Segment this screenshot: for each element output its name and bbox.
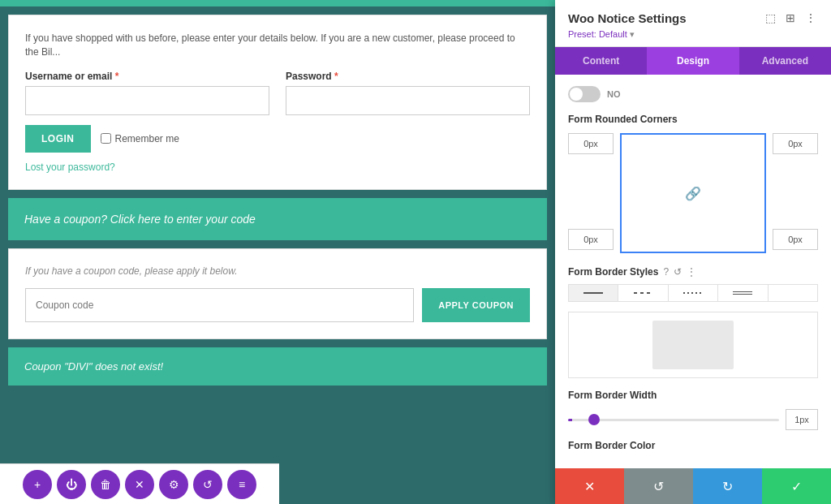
password-field-group: Password * <box>286 71 530 115</box>
corner-bottom-right[interactable] <box>773 229 818 250</box>
panel-icons: ⬚ ⊞ ⋮ <box>764 10 818 26</box>
password-input[interactable] <box>286 86 530 115</box>
border-width-label: Form Border Width <box>568 390 818 401</box>
login-section: If you have shopped with us before, plea… <box>8 15 547 190</box>
corner-top-left[interactable] <box>568 133 614 154</box>
remember-me-label[interactable]: Remember me <box>101 133 179 144</box>
panel-header: Woo Notice Settings ⬚ ⊞ ⋮ Preset: Defaul… <box>555 0 831 47</box>
coupon-row: APPLY COUPON <box>25 288 530 322</box>
username-input[interactable] <box>25 86 269 115</box>
solid-line-icon <box>583 292 603 294</box>
none-line-icon <box>783 292 803 294</box>
columns-icon[interactable]: ⊞ <box>784 10 797 26</box>
panel-title: Woo Notice Settings <box>568 11 687 25</box>
bottom-toolbar: + ⏻ 🗑 ✕ ⚙ ↺ ≡ <box>0 463 279 504</box>
border-style-dotted[interactable] <box>669 285 718 301</box>
rounded-corners-label: Form Rounded Corners <box>568 114 818 125</box>
slider-row <box>568 409 818 430</box>
delete-button[interactable]: 🗑 <box>91 470 120 499</box>
coupon-section: If you have a coupon code, please apply … <box>8 248 547 339</box>
left-content-area: If you have shopped with us before, plea… <box>0 0 555 504</box>
coupon-bar-text: Have a coupon? Click here to enter your … <box>24 213 256 226</box>
coupon-input[interactable] <box>25 288 414 322</box>
lost-password-link[interactable]: Lost your password? <box>25 162 115 173</box>
close-button[interactable]: ✕ <box>125 470 154 499</box>
border-reset-icon[interactable]: ↺ <box>674 266 682 278</box>
top-green-bar <box>0 0 555 6</box>
coupon-toggle-bar[interactable]: Have a coupon? Click here to enter your … <box>8 198 547 240</box>
tab-advanced[interactable]: Advanced <box>739 47 831 75</box>
preset-row: Preset: Default ▾ <box>568 29 818 40</box>
power-button[interactable]: ⏻ <box>57 470 86 499</box>
corner-preview: 🔗 <box>620 133 766 253</box>
password-label: Password * <box>286 71 530 82</box>
link-icon: 🔗 <box>685 186 701 201</box>
toggle-label: NO <box>607 89 621 99</box>
expand-icon[interactable]: ⬚ <box>764 10 777 26</box>
reset-button[interactable]: ↺ <box>193 470 222 499</box>
toggle-switch[interactable] <box>568 86 601 102</box>
border-width-value[interactable] <box>786 409 818 430</box>
border-width-slider[interactable] <box>568 419 779 421</box>
dotted-line-icon <box>683 292 703 294</box>
coupon-intro-text: If you have a coupon code, please apply … <box>25 265 530 277</box>
border-more-icon[interactable]: ⋮ <box>687 266 696 278</box>
panel-body: NO Form Rounded Corners 🔗 Form Border St… <box>555 75 831 468</box>
error-bar-text: Coupon "DIVI" does not exist! <box>24 360 163 373</box>
toggle-row: NO <box>568 86 818 102</box>
border-style-dashed[interactable] <box>618 285 668 301</box>
login-intro-text: If you have shopped with us before, plea… <box>25 32 530 59</box>
border-styles-label: Form Border Styles <box>568 266 658 278</box>
username-field-group: Username or email * <box>25 71 269 115</box>
help-icon[interactable]: ? <box>663 266 669 278</box>
remember-me-checkbox[interactable] <box>101 133 111 144</box>
tab-design[interactable]: Design <box>647 47 738 75</box>
border-style-none[interactable] <box>769 285 817 301</box>
tab-content[interactable]: Content <box>555 47 647 75</box>
confirm-footer-button[interactable]: ✓ <box>762 468 831 504</box>
corner-top-right[interactable] <box>773 133 818 154</box>
settings-panel: Woo Notice Settings ⬚ ⊞ ⋮ Preset: Defaul… <box>555 0 831 504</box>
reset-footer-button[interactable]: ↺ <box>624 468 693 504</box>
toggle-knob <box>570 88 583 101</box>
border-styles-header: Form Border Styles ? ↺ ⋮ <box>568 266 818 278</box>
corners-grid: 🔗 <box>568 133 818 253</box>
panel-tabs: Content Design Advanced <box>555 47 831 75</box>
refresh-footer-button[interactable]: ↻ <box>693 468 762 504</box>
border-color-label: Form Border Color <box>568 440 818 451</box>
border-style-row <box>568 284 818 302</box>
preset-link[interactable]: Preset: Default <box>568 29 627 39</box>
border-preview-inner <box>652 321 734 369</box>
panel-title-row: Woo Notice Settings ⬚ ⊞ ⋮ <box>568 10 818 26</box>
apply-coupon-button[interactable]: APPLY COUPON <box>422 288 530 322</box>
more-options-icon[interactable]: ⋮ <box>803 10 818 26</box>
border-style-solid[interactable] <box>569 285 618 301</box>
add-button[interactable]: + <box>23 470 52 499</box>
login-button[interactable]: LOGIN <box>25 125 91 153</box>
menu-button[interactable]: ≡ <box>227 470 256 499</box>
error-bar: Coupon "DIVI" does not exist! <box>8 347 547 386</box>
cancel-footer-button[interactable]: ✕ <box>555 468 624 504</box>
username-label: Username or email * <box>25 71 269 82</box>
login-actions: LOGIN Remember me <box>25 125 530 153</box>
border-style-double[interactable] <box>718 285 768 301</box>
login-fields: Username or email * Password * <box>25 71 530 115</box>
border-preview-area <box>568 312 818 378</box>
double-line-icon <box>733 291 752 295</box>
settings-button[interactable]: ⚙ <box>159 470 188 499</box>
panel-footer: ✕ ↺ ↻ ✓ <box>555 468 831 504</box>
dashed-line-icon <box>634 292 653 294</box>
corner-bottom-left[interactable] <box>568 229 614 250</box>
